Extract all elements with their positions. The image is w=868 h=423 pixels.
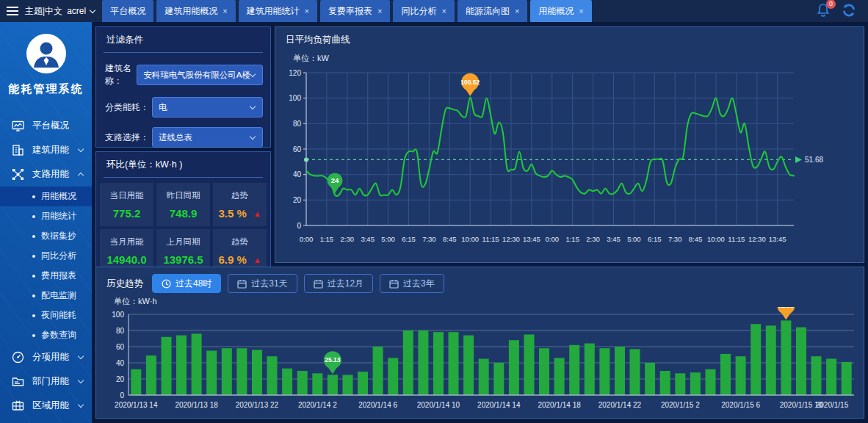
sidebar-item-platform-overview[interactable]: 平台概况 — [0, 114, 92, 138]
tab-close-icon[interactable]: × — [441, 7, 446, 15]
refresh-icon[interactable] — [842, 3, 856, 20]
filter-row-circuit: 支路选择： 进线总表 — [105, 127, 263, 148]
tab-rate-report[interactable]: 复费率报表× — [320, 0, 390, 22]
svg-text:2:30: 2:30 — [586, 235, 600, 243]
theme-language-menu[interactable]: 主题|中文 acrel — [25, 5, 95, 18]
range-button-31d[interactable]: 过去31天 — [228, 274, 297, 293]
app-window: 主题|中文 acrel 平台概况 建筑用能概况× 建筑用能统计× 复费率报表× … — [0, 0, 868, 423]
bullet-icon — [32, 275, 35, 278]
branch-energy-submenu: 用能概况 用能统计 数据集抄 同比分析 费用报表 配电监测 夜间能耗 参数查询 — [0, 187, 92, 345]
sidebar-subitem-parameter-query[interactable]: 参数查询 — [0, 325, 92, 345]
chevron-down-icon — [90, 7, 95, 12]
tab-platform-overview[interactable]: 平台概况 — [102, 0, 153, 22]
svg-text:0: 0 — [297, 222, 301, 230]
svg-text:20: 20 — [293, 196, 302, 204]
avatar — [26, 34, 66, 73]
circuit-select[interactable]: 进线总表 — [152, 127, 263, 148]
svg-text:3:45: 3:45 — [607, 235, 621, 243]
tab-building-energy-stats[interactable]: 建筑用能统计× — [239, 0, 317, 22]
username: acrel — [67, 6, 86, 16]
notification-bell-icon[interactable]: 0 — [817, 3, 830, 20]
svg-text:51.68: 51.68 — [805, 156, 823, 164]
tab-close-icon[interactable]: × — [579, 7, 583, 15]
filter-panel: 过滤条件 建筑名称： 安科瑞电气股份有限公司A楼 分类能耗： 电 — [95, 26, 271, 148]
app-title: 能耗管理系统 — [0, 82, 92, 96]
calendar-icon — [237, 279, 247, 289]
svg-text:13:45: 13:45 — [769, 235, 786, 243]
svg-text:2020/1/13 14: 2020/1/13 14 — [115, 401, 158, 409]
sidebar-item-region-energy[interactable]: 区域用能 — [0, 394, 92, 418]
building-name-select[interactable]: 安科瑞电气股份有限公司A楼 — [137, 65, 263, 85]
tab-close-icon[interactable]: × — [515, 7, 519, 15]
sidebar-subitem-power-monitor[interactable]: 配电监测 — [0, 286, 92, 306]
svg-text:0:00: 0:00 — [300, 235, 314, 243]
chevron-up-icon — [78, 173, 84, 178]
filter-row-energy-type: 分类能耗： 电 — [105, 97, 263, 118]
range-button-3y[interactable]: 过去3年 — [380, 274, 444, 293]
svg-text:60: 60 — [293, 145, 302, 153]
sidebar-item-electrical-safety[interactable]: 安全用电 — [0, 418, 92, 423]
notification-badge: 0 — [826, 0, 836, 9]
daily-load-line-chart[interactable]: 0204060801001200:001:152:303:455:006:157… — [275, 64, 847, 249]
svg-text:7:30: 7:30 — [422, 235, 436, 243]
svg-text:12:30: 12:30 — [748, 235, 766, 243]
building-icon — [12, 144, 24, 156]
history-range-buttons: 过去48时 过去31天 过去12月 过去3年 — [152, 274, 444, 293]
chevron-down-icon — [250, 133, 256, 139]
hamburger-menu-icon[interactable] — [0, 0, 25, 22]
bullet-icon — [32, 294, 35, 297]
bullet-icon — [32, 255, 35, 258]
tab-close-icon[interactable]: × — [223, 7, 227, 15]
range-button-12m[interactable]: 过去12月 — [304, 274, 373, 293]
svg-text:7:30: 7:30 — [668, 235, 682, 243]
tab-close-icon[interactable]: × — [377, 7, 382, 15]
chevron-down-icon — [78, 353, 84, 359]
tab-bar: 平台概况 建筑用能概况× 建筑用能统计× 复费率报表× 同比分析× 能源流向图×… — [102, 0, 592, 22]
svg-text:6:15: 6:15 — [402, 235, 416, 243]
sidebar-item-branch-energy[interactable]: 支路用能 — [0, 162, 92, 187]
sidebar-subitem-yoy-analysis[interactable]: 同比分析 — [0, 246, 92, 266]
tab-close-icon[interactable]: × — [305, 7, 309, 15]
svg-text:3:45: 3:45 — [361, 235, 375, 243]
svg-text:6:15: 6:15 — [648, 235, 662, 243]
svg-text:40: 40 — [116, 359, 125, 367]
sidebar-subitem-night-energy[interactable]: 夜间能耗 — [0, 306, 92, 325]
energy-type-select[interactable]: 电 — [152, 97, 263, 118]
range-button-48h[interactable]: 过去48时 — [152, 274, 221, 293]
svg-text:24: 24 — [331, 176, 339, 184]
daily-load-curve-panel: 日平均负荷曲线 单位：kW 0204060801001200:001:152:3… — [275, 26, 864, 263]
calendar-icon — [389, 279, 399, 289]
sidebar-subitem-energy-overview[interactable]: 用能概况 — [0, 187, 92, 206]
svg-text:5:00: 5:00 — [627, 235, 641, 243]
tab-yoy-analysis[interactable]: 同比分析× — [393, 0, 454, 22]
branch-circuit-icon — [12, 168, 24, 181]
svg-text:80: 80 — [116, 327, 125, 335]
chevron-down-icon — [78, 377, 84, 383]
sidebar-item-building-energy[interactable]: 建筑用能 — [0, 138, 92, 162]
filter-panel-title: 过滤条件 — [104, 27, 263, 53]
sidebar-subitem-energy-stats[interactable]: 用能统计 — [0, 206, 92, 226]
svg-text:80: 80 — [293, 120, 302, 128]
bullet-icon — [32, 314, 35, 317]
svg-text:25.13: 25.13 — [325, 356, 341, 364]
stat-cell-today: 当日用能775.2 — [100, 183, 153, 226]
filter-row-building: 建筑名称： 安科瑞电气股份有限公司A楼 — [105, 62, 263, 87]
svg-text:100: 100 — [289, 94, 301, 102]
tab-energy-flow[interactable]: 能源流向图× — [457, 0, 527, 22]
sidebar-item-department-energy[interactable]: 部门用能 — [0, 369, 92, 394]
sidebar-item-subentry-energy[interactable]: 分项用能 — [0, 345, 92, 369]
history-trend-bar-chart[interactable]: 0204060801002020/1/13 142020/1/13 182020… — [101, 307, 860, 413]
svg-text:2020/1/14 14: 2020/1/14 14 — [477, 401, 521, 409]
bullet-icon — [32, 235, 35, 238]
tab-energy-usage-overview[interactable]: 用能概况× — [530, 0, 591, 22]
sidebar-subitem-data-collection[interactable]: 数据集抄 — [0, 226, 92, 246]
bullet-icon — [32, 334, 35, 337]
tab-building-energy-overview[interactable]: 建筑用能概况× — [156, 0, 235, 22]
monitor-icon — [12, 120, 24, 132]
svg-text:100.52: 100.52 — [460, 79, 480, 86]
topbar-actions: 0 — [817, 3, 868, 20]
sidebar-subitem-cost-report[interactable]: 费用报表 — [0, 266, 92, 286]
svg-text:60: 60 — [116, 343, 125, 351]
history-trend-panel: 历史趋势 过去48时 过去31天 过去12月 — [95, 267, 864, 419]
meter-icon — [12, 351, 24, 364]
